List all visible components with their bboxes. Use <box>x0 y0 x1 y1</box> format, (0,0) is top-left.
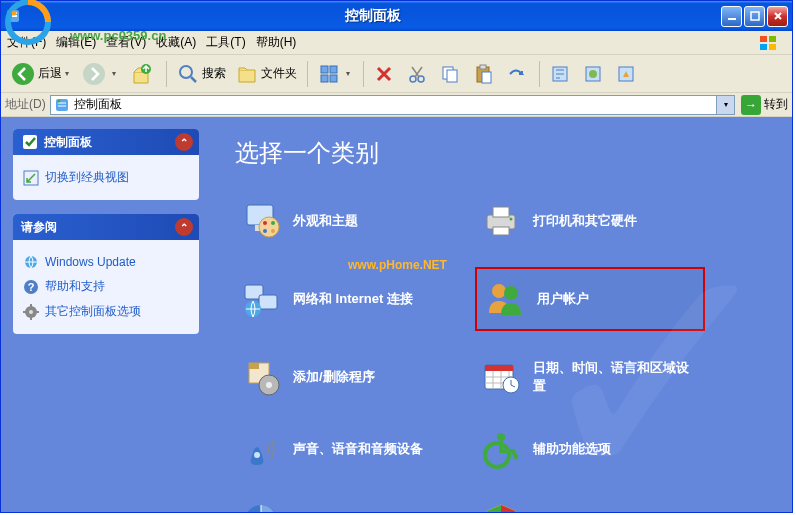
collapse-button[interactable]: ⌃ <box>175 218 193 236</box>
menu-tools[interactable]: 工具(T) <box>206 34 245 51</box>
appearance-icon <box>241 201 281 241</box>
svg-rect-9 <box>760 44 767 50</box>
category-label: 声音、语音和音频设备 <box>293 440 423 458</box>
titlebar-icon <box>5 8 21 24</box>
views-button[interactable]: ▾ <box>314 60 357 88</box>
calendar-icon <box>481 357 521 397</box>
category-sound[interactable]: 声音、语音和音频设备 <box>235 423 455 475</box>
sidebar: 控制面板 ⌃ 切换到经典视图 请参阅 ⌃ <box>1 117 211 512</box>
tool-b-button[interactable] <box>579 61 610 87</box>
category-performance[interactable]: 性能和维护 <box>235 495 455 512</box>
svg-point-37 <box>29 310 33 314</box>
category-label: 日期、时间、语言和区域设置 <box>533 359 699 395</box>
svg-point-45 <box>263 221 267 225</box>
maximize-button[interactable] <box>744 6 765 27</box>
help-support-link[interactable]: ? 帮助和支持 <box>23 274 189 299</box>
toolbar: 后退 ▾ ▾ 搜索 文件夹 ▾ <box>1 55 792 93</box>
category-printers[interactable]: 打印机和其它硬件 <box>475 195 705 247</box>
svg-rect-17 <box>321 75 328 82</box>
cut-button[interactable] <box>403 61 434 87</box>
svg-rect-51 <box>493 227 509 235</box>
toolbar-separator <box>166 61 167 87</box>
forward-dropdown-icon[interactable]: ▾ <box>109 69 119 78</box>
undo-button[interactable] <box>502 61 533 87</box>
svg-point-70 <box>497 433 505 441</box>
window-title: 控制面板 <box>25 7 721 25</box>
svg-point-44 <box>259 217 279 237</box>
panel-control-header: 控制面板 ⌃ <box>13 129 199 155</box>
svg-rect-8 <box>769 36 776 42</box>
address-icon <box>54 97 70 113</box>
category-label: 外观和主题 <box>293 212 358 230</box>
go-icon: → <box>741 95 761 115</box>
copy-button[interactable] <box>436 61 467 87</box>
forward-button[interactable]: ▾ <box>78 59 123 89</box>
tool-a-button[interactable] <box>546 61 577 87</box>
category-label: 网络和 Internet 连接 <box>293 290 413 308</box>
svg-point-57 <box>504 286 518 300</box>
other-cp-options-link[interactable]: 其它控制面板选项 <box>23 299 189 324</box>
svg-point-69 <box>485 443 509 467</box>
svg-rect-7 <box>760 36 767 42</box>
panel-see-also: 请参阅 ⌃ Windows Update ? 帮助和支持 其它控制面板选项 <box>13 214 199 334</box>
address-dropdown[interactable]: ▾ <box>717 95 735 115</box>
category-date-time[interactable]: 日期、时间、语言和区域设置 <box>475 351 705 403</box>
category-network[interactable]: 网络和 Internet 连接 <box>235 267 455 331</box>
category-label: 添加/删除程序 <box>293 368 375 386</box>
svg-rect-4 <box>9 15 17 17</box>
svg-rect-3 <box>9 12 17 14</box>
menu-help[interactable]: 帮助(H) <box>256 34 297 51</box>
search-button[interactable]: 搜索 <box>173 60 230 88</box>
printer-icon <box>481 201 521 241</box>
panel-link-label: 帮助和支持 <box>45 278 105 295</box>
search-label: 搜索 <box>202 65 226 82</box>
views-dropdown-icon[interactable]: ▾ <box>343 69 353 78</box>
window-frame: 控制面板 文件(F) 编辑(E) 查看(V) 收藏(A) 工具(T) 帮助(H)… <box>0 0 793 513</box>
help-icon: ? <box>23 279 39 295</box>
menu-favorites[interactable]: 收藏(A) <box>156 34 196 51</box>
back-dropdown-icon[interactable]: ▾ <box>62 69 72 78</box>
category-user-accounts[interactable]: 用户帐户 <box>475 267 705 331</box>
category-label: 辅助功能选项 <box>533 440 611 458</box>
minimize-button[interactable] <box>721 6 742 27</box>
collapse-button[interactable]: ⌃ <box>175 133 193 151</box>
svg-point-59 <box>266 382 272 388</box>
svg-rect-18 <box>330 75 337 82</box>
close-button[interactable] <box>767 6 788 27</box>
address-field[interactable]: 控制面板 <box>50 95 717 115</box>
folders-label: 文件夹 <box>261 65 297 82</box>
go-label: 转到 <box>764 96 788 113</box>
category-add-remove[interactable]: 添加/删除程序 <box>235 351 455 403</box>
panel-link-label: 其它控制面板选项 <box>45 303 141 320</box>
folders-button[interactable]: 文件夹 <box>232 60 301 88</box>
menu-edit[interactable]: 编辑(E) <box>56 34 96 51</box>
svg-point-52 <box>510 218 513 221</box>
svg-rect-10 <box>769 44 776 50</box>
tool-c-button[interactable] <box>612 61 643 87</box>
category-accessibility[interactable]: 辅助功能选项 <box>475 423 705 475</box>
svg-point-68 <box>254 452 260 458</box>
category-label: 打印机和其它硬件 <box>533 212 637 230</box>
go-button[interactable]: → 转到 <box>741 95 788 115</box>
svg-text:?: ? <box>28 281 35 293</box>
menu-view[interactable]: 查看(V) <box>106 34 146 51</box>
panel-see-also-header: 请参阅 ⌃ <box>13 214 199 240</box>
svg-point-46 <box>271 221 275 225</box>
switch-classic-view-link[interactable]: 切换到经典视图 <box>23 165 189 190</box>
back-button[interactable]: 后退 ▾ <box>7 59 76 89</box>
category-security[interactable]: 安全中心 <box>475 495 705 512</box>
sound-icon <box>241 429 281 469</box>
menu-file[interactable]: 文件(F) <box>7 34 46 51</box>
svg-rect-25 <box>482 72 491 83</box>
up-button[interactable] <box>125 59 160 89</box>
paste-button[interactable] <box>469 61 500 87</box>
svg-point-11 <box>12 63 34 85</box>
category-appearance[interactable]: 外观和主题 <box>235 195 455 247</box>
svg-rect-50 <box>493 207 509 217</box>
toolbar-separator <box>539 61 540 87</box>
svg-point-12 <box>83 63 105 85</box>
svg-rect-22 <box>447 70 457 82</box>
switch-view-icon <box>23 170 39 186</box>
windows-update-link[interactable]: Windows Update <box>23 250 189 274</box>
delete-button[interactable] <box>370 61 401 87</box>
